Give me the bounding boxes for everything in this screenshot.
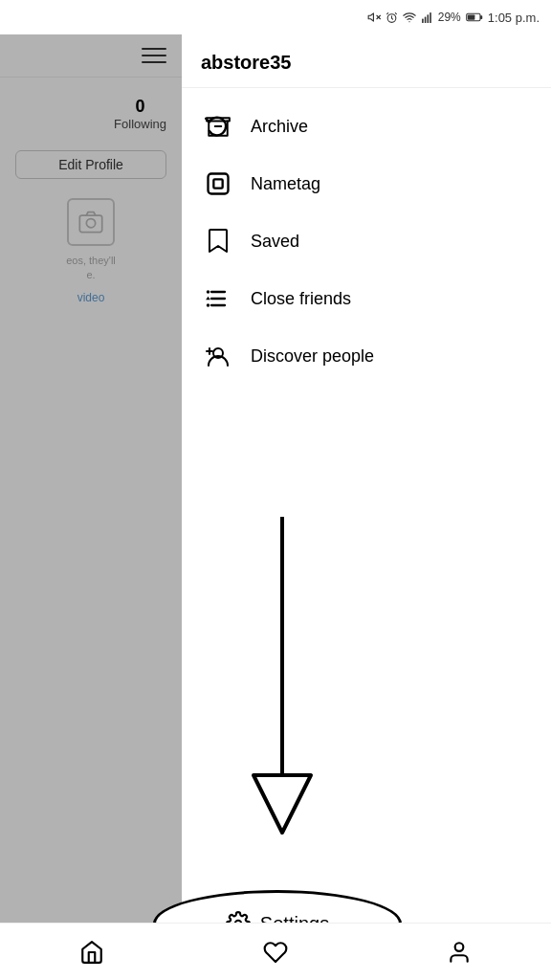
svg-rect-6 [430,12,431,23]
svg-point-20 [207,303,210,307]
svg-point-27 [455,943,464,951]
menu-item-close-friends[interactable]: Close friends [182,270,551,327]
close-friends-icon [205,285,231,312]
dim-overlay[interactable] [0,34,182,980]
svg-rect-8 [480,15,482,19]
svg-rect-5 [427,14,429,23]
svg-rect-4 [425,16,427,23]
svg-marker-25 [253,775,311,833]
saved-icon [205,228,231,255]
discover-people-icon [205,343,231,369]
time-display: 1:05 p.m. [488,11,540,25]
alarm-icon [386,11,398,24]
nav-profile[interactable] [430,931,488,973]
nav-home[interactable] [63,931,121,973]
wifi-icon [403,11,416,24]
status-icons: 29% 1:05 p.m. [367,11,540,25]
menu-item-saved[interactable]: Saved [182,212,551,270]
battery-icon [466,11,483,23]
signal-icon [421,11,433,24]
menu-username: abstore35 [201,52,292,73]
saved-label: Saved [251,232,299,252]
side-menu: abstore35 Archive [182,34,551,980]
archive-label: Archive [251,117,308,137]
status-bar: 29% 1:05 p.m. [0,0,551,34]
svg-rect-14 [213,179,222,188]
home-icon [79,940,104,965]
profile-icon [447,940,472,965]
close-friends-label: Close friends [251,289,351,309]
heart-icon [263,940,288,965]
menu-item-nametag[interactable]: Nametag [182,155,551,212]
svg-rect-3 [422,18,424,22]
nametag-label: Nametag [251,174,320,194]
battery-percentage: 29% [438,11,461,24]
menu-items-list: Archive Nametag Saved [182,88,551,544]
arrow-annotation [244,517,320,842]
discover-people-label: Discover people [251,346,374,367]
svg-rect-13 [209,174,229,194]
mute-icon [367,11,381,24]
bottom-nav [0,923,551,980]
svg-point-18 [207,290,210,294]
svg-marker-19 [206,297,210,301]
nav-heart[interactable] [247,931,304,973]
nametag-icon [205,170,231,197]
svg-rect-9 [468,14,475,19]
archive-icon [205,113,231,140]
menu-item-discover-people[interactable]: Discover people [182,327,551,385]
side-menu-header: abstore35 [182,34,551,88]
menu-item-archive[interactable]: Archive [182,98,551,155]
